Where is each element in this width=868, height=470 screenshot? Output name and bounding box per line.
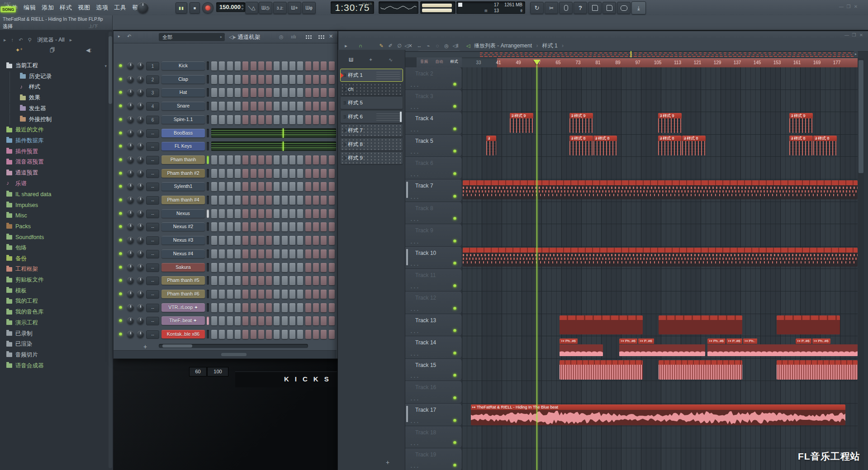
volume-knob[interactable] [137, 89, 144, 96]
pattern-item-样式 9[interactable]: ∃样式 9 [341, 152, 403, 164]
track-options-dots[interactable]: • • • [411, 353, 419, 357]
step-cell[interactable] [305, 182, 311, 191]
step-cell[interactable] [329, 102, 335, 111]
step-cell[interactable] [242, 222, 248, 231]
step-cell[interactable] [289, 155, 295, 164]
step-cell[interactable] [282, 330, 288, 339]
step-cell[interactable] [258, 75, 264, 84]
step-cell[interactable] [282, 316, 288, 325]
step-cell[interactable] [235, 182, 241, 191]
menu-item-视图[interactable]: 视图 [75, 4, 93, 12]
step-cell[interactable] [251, 102, 256, 111]
track-options-dots[interactable]: • • • [411, 106, 419, 110]
step-cell[interactable] [251, 155, 256, 164]
track-lane-track-12[interactable] [462, 291, 858, 314]
step-cell[interactable] [242, 249, 248, 258]
step-cell[interactable] [235, 155, 241, 164]
pattern-clip[interactable]: ∃样式 8 [682, 136, 706, 155]
step-edit-icon[interactable]: Шφ [302, 2, 316, 14]
grid2-icon[interactable] [318, 35, 324, 39]
step-cell[interactable] [242, 75, 248, 84]
step-cell[interactable] [266, 88, 272, 97]
step-cell[interactable] [289, 169, 295, 178]
snap-magnet-icon[interactable]: ∩ [356, 42, 365, 50]
step-cell[interactable] [211, 330, 217, 339]
pattern-clip[interactable]: ∃ [486, 136, 496, 155]
step-cell[interactable] [219, 75, 225, 84]
loop-record-icon[interactable]: Ш+ [288, 2, 301, 14]
step-cell[interactable] [227, 155, 233, 164]
step-cell[interactable] [289, 182, 295, 191]
step-cell[interactable] [266, 290, 272, 299]
step-cell[interactable] [242, 61, 248, 70]
step-cell[interactable] [313, 102, 319, 111]
step-cell[interactable] [321, 263, 327, 272]
step-cell[interactable] [211, 169, 217, 178]
channel-button-TheF..beat[interactable]: TheF..beat ✦ [161, 316, 205, 325]
track-name[interactable]: Track 10 [415, 250, 436, 256]
speaker-icon[interactable]: ◀: [86, 47, 92, 53]
step-cell[interactable] [211, 236, 217, 245]
step-cell[interactable] [266, 222, 272, 231]
pattern-clip[interactable]: ∃样式 9 [658, 113, 682, 133]
step-cell[interactable] [313, 88, 319, 97]
track-name[interactable]: Track 19 [415, 451, 436, 458]
channel-button-Sakura[interactable]: Sakura [161, 263, 205, 272]
sidebar-item-音频切片[interactable]: 音频切片 [0, 350, 113, 360]
step-cell[interactable] [305, 115, 311, 124]
step-cell[interactable] [321, 316, 327, 325]
timeline-ruler[interactable]: 3341495765738189971051131211291371451531… [462, 58, 858, 67]
volume-knob[interactable] [137, 76, 144, 83]
track-mute-led[interactable] [453, 217, 456, 220]
sidebar-item-Packs[interactable]: Packs [0, 221, 113, 232]
step-cell[interactable] [297, 316, 303, 325]
track-name[interactable]: Track 5 [415, 138, 433, 144]
step-cell[interactable] [313, 303, 319, 312]
record-button[interactable] [202, 2, 213, 14]
step-cell[interactable] [274, 209, 280, 218]
download-icon[interactable]: ⤓ [631, 1, 646, 14]
automation-filter-icon[interactable]: ∿ [389, 57, 393, 63]
channel-led[interactable] [119, 292, 122, 296]
track-lane-track-15[interactable] [462, 359, 858, 381]
track-options-dots[interactable]: • • • [411, 465, 419, 469]
mixer-route-box[interactable]: 3 [146, 89, 159, 97]
step-cell[interactable] [289, 236, 295, 245]
step-cell[interactable] [313, 155, 319, 164]
sidebar-item-已渲染[interactable]: 已渲染 [0, 339, 113, 349]
track-mute-led[interactable] [453, 284, 456, 287]
track-mute-led[interactable] [453, 396, 456, 400]
track-options-dots[interactable]: • • • [411, 241, 419, 245]
track-name[interactable]: Track 9 [415, 227, 433, 234]
step-cell[interactable] [282, 236, 288, 245]
step-cell[interactable] [242, 102, 248, 111]
track-options-dots[interactable]: • • • [411, 442, 419, 446]
pan-knob[interactable] [127, 304, 134, 311]
maximize-button[interactable]: ❐ [845, 4, 852, 9]
sidebar-item-我的工程[interactable]: 我的工程 [0, 296, 113, 306]
step-cell[interactable] [305, 330, 311, 339]
step-cell[interactable] [258, 115, 264, 124]
rack-bottom-thumb[interactable] [221, 353, 247, 356]
picker-tab-音频[interactable]: 音频 [420, 59, 428, 65]
channel-led[interactable] [119, 266, 122, 269]
channel-led[interactable] [119, 104, 122, 108]
track-options-dots[interactable]: • • • [411, 84, 419, 88]
channel-led[interactable] [119, 64, 122, 67]
step-cell[interactable] [329, 290, 335, 299]
track-header-track-15[interactable]: Track 15• • • [405, 359, 462, 381]
metronome-icon[interactable]: ⟍△ [245, 2, 258, 14]
piano-roll-preview[interactable] [211, 128, 336, 138]
step-cell[interactable] [258, 155, 264, 164]
pan-knob[interactable] [127, 89, 134, 96]
step-cell[interactable] [305, 290, 311, 299]
step-cell[interactable] [235, 263, 241, 272]
browser-scrollbar[interactable] [109, 32, 112, 468]
picker-tab-样式[interactable]: 样式 [451, 59, 458, 65]
mixer-route-box[interactable]: -- [146, 277, 159, 285]
step-cell[interactable] [289, 209, 295, 218]
channel-button-Nexus[interactable]: Nexus [161, 209, 205, 218]
step-cell[interactable] [219, 263, 225, 272]
menu-arrow-icon[interactable]: ▸ [342, 42, 350, 50]
track-lane-track-13[interactable] [462, 314, 858, 337]
